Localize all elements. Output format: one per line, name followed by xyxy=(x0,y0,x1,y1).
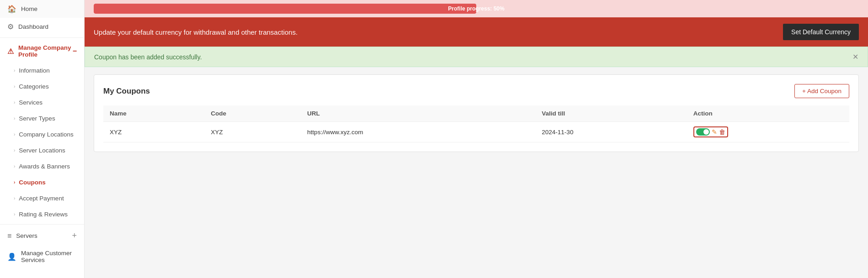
chevron-right-icon-active: › xyxy=(14,180,15,185)
sidebar-services-label: Services xyxy=(19,99,43,106)
coupons-card: My Coupons + Add Coupon Name Code URL Va… xyxy=(94,74,859,152)
sidebar-company-locations-label: Company Locations xyxy=(19,131,73,138)
cell-code: XYZ xyxy=(204,122,301,142)
sidebar-item-server-locations[interactable]: › Server Locations xyxy=(0,142,84,158)
coupons-title: My Coupons xyxy=(103,87,150,96)
coupons-table: Name Code URL Valid till Action XYZ XYZ … xyxy=(103,105,849,142)
dashboard-icon: ⚙ xyxy=(7,22,14,31)
sidebar-item-awards-banners[interactable]: › Awards & Banners xyxy=(0,158,84,174)
plus-icon: + xyxy=(72,231,77,241)
home-icon: 🏠 xyxy=(7,5,16,13)
cell-name: XYZ xyxy=(103,122,204,142)
col-action: Action xyxy=(687,105,849,122)
chevron-right-icon: › xyxy=(14,148,15,153)
sidebar-item-categories[interactable]: › Categories xyxy=(0,79,84,94)
delete-coupon-button[interactable]: 🗑 xyxy=(719,128,725,136)
progress-bar-container: Profile progress: 50% xyxy=(85,0,868,17)
sidebar-manage-customer-label: Manage Customer Services xyxy=(21,250,77,263)
col-valid-till: Valid till xyxy=(535,105,687,122)
sidebar-item-manage-customer[interactable]: 👤 Manage Customer Services xyxy=(0,245,84,268)
chevron-right-icon: › xyxy=(14,116,15,121)
sidebar-information-label: Information xyxy=(19,67,50,74)
sidebar-item-server-types[interactable]: › Server Types xyxy=(0,110,84,126)
alert-message: Coupon has been added successfully. xyxy=(94,53,202,61)
col-code: Code xyxy=(204,105,301,122)
sidebar-item-coupons[interactable]: › Coupons xyxy=(0,174,84,190)
banner-text: Update your default currency for withdra… xyxy=(94,28,298,36)
sidebar-item-services[interactable]: › Services xyxy=(0,94,84,110)
table-header: Name Code URL Valid till Action xyxy=(103,105,849,122)
add-coupon-button[interactable]: + Add Coupon xyxy=(794,84,849,98)
progress-bar-text: Profile progress: 50% xyxy=(448,5,504,12)
collapse-icon: − xyxy=(73,47,77,55)
chevron-right-icon: › xyxy=(14,100,15,105)
toggle-active[interactable] xyxy=(696,128,710,136)
chevron-right-icon: › xyxy=(14,196,15,201)
edit-coupon-button[interactable]: ✎ xyxy=(712,128,717,136)
sidebar-item-home[interactable]: 🏠 Home xyxy=(0,0,84,18)
sidebar-item-rating-reviews[interactable]: › Rating & Reviews xyxy=(0,206,84,222)
close-alert-button[interactable]: ✕ xyxy=(852,52,858,61)
servers-icon: ≡ xyxy=(7,232,11,240)
content-area: My Coupons + Add Coupon Name Code URL Va… xyxy=(85,67,868,278)
col-name: Name xyxy=(103,105,204,122)
chevron-right-icon: › xyxy=(14,212,15,217)
table-row: XYZ XYZ https://www.xyz.com 2024-11-30 ✎… xyxy=(103,122,849,142)
col-url: URL xyxy=(301,105,535,122)
chevron-right-icon: › xyxy=(14,164,15,169)
sidebar-categories-label: Categories xyxy=(19,83,48,90)
sidebar-rating-reviews-label: Rating & Reviews xyxy=(19,211,68,218)
currency-banner: Update your default currency for withdra… xyxy=(85,17,868,47)
sidebar-home-label: Home xyxy=(21,5,37,12)
chevron-right-icon: › xyxy=(14,84,15,89)
sidebar-item-company-locations[interactable]: › Company Locations xyxy=(0,126,84,142)
sidebar-item-servers[interactable]: ≡ Servers + xyxy=(0,226,84,245)
progress-bar-bg: Profile progress: 50% xyxy=(94,4,859,14)
set-default-currency-button[interactable]: Set Default Currency xyxy=(783,24,859,40)
progress-bar-fill xyxy=(94,4,476,14)
action-wrapper: ✎ 🗑 xyxy=(693,126,728,137)
sidebar-item-accept-payment[interactable]: › Accept Payment xyxy=(0,190,84,206)
customer-icon: 👤 xyxy=(7,252,16,261)
sidebar-awards-banners-label: Awards & Banners xyxy=(19,163,70,170)
main-content: Profile progress: 50% Update your defaul… xyxy=(85,0,868,278)
sidebar-accept-payment-label: Accept Payment xyxy=(19,195,64,202)
cell-url: https://www.xyz.com xyxy=(301,122,535,142)
sidebar-item-manage-company[interactable]: ⚠ Manage Company Profile − xyxy=(0,40,84,63)
sidebar: 🏠 Home ⚙ Dashboard ⚠ Manage Company Prof… xyxy=(0,0,85,278)
card-header: My Coupons + Add Coupon xyxy=(103,84,849,98)
sidebar-dashboard-label: Dashboard xyxy=(18,23,48,30)
table-body: XYZ XYZ https://www.xyz.com 2024-11-30 ✎… xyxy=(103,122,849,142)
sidebar-coupons-label: Coupons xyxy=(19,179,46,186)
cell-action: ✎ 🗑 xyxy=(687,122,849,142)
sidebar-server-locations-label: Server Locations xyxy=(19,147,65,154)
chevron-right-icon: › xyxy=(14,132,15,137)
sidebar-item-dashboard[interactable]: ⚙ Dashboard xyxy=(0,18,84,36)
cell-valid-till: 2024-11-30 xyxy=(535,122,687,142)
sidebar-manage-company-label: Manage Company Profile xyxy=(18,44,73,58)
sidebar-server-types-label: Server Types xyxy=(19,115,55,122)
success-alert: Coupon has been added successfully. ✕ xyxy=(85,47,868,67)
sidebar-item-information[interactable]: › Information xyxy=(0,63,84,79)
chevron-right-icon: › xyxy=(14,68,15,73)
warning-icon: ⚠ xyxy=(7,47,14,56)
sidebar-servers-label: Servers xyxy=(16,232,37,239)
